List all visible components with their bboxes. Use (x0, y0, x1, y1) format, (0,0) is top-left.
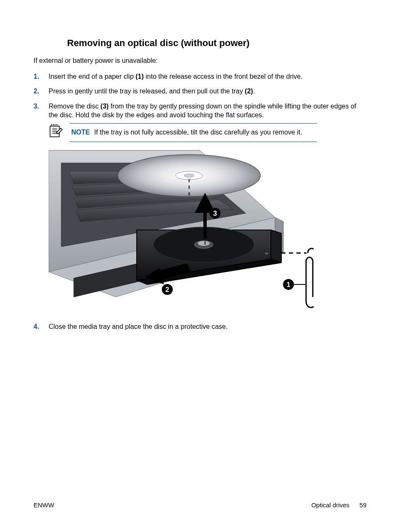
step-number: 2. (34, 87, 39, 96)
step-number: 1. (34, 72, 39, 81)
step-text-post: into the release access in the front bez… (144, 73, 303, 80)
note-text: If the tray is not fully accessible, til… (94, 129, 302, 136)
step-ref: (2) (245, 88, 253, 95)
note-icon (49, 132, 63, 139)
step-ref: (1) (135, 73, 144, 80)
page-footer: ENWW Optical drives 59 (34, 501, 366, 509)
figure-optical-drive: 3 2 1 (49, 146, 314, 313)
intro-text: If external or battery power is unavaila… (34, 56, 366, 65)
section-heading: Removing an optical disc (without power) (67, 38, 366, 49)
step-text-post: . (253, 88, 255, 95)
footer-left: ENWW (34, 501, 54, 509)
callout-1-text: 1 (287, 281, 291, 288)
step-text-pre: Remove the disc (49, 103, 101, 110)
footer-page-number: 59 (359, 501, 366, 509)
svg-marker-14 (271, 230, 281, 263)
svg-point-22 (184, 174, 194, 177)
callout-3-text: 3 (213, 210, 217, 217)
step-number: 4. (34, 322, 39, 331)
step-list: 1. Insert the end of a paper clip (1) in… (34, 72, 366, 331)
step-text-pre: Close the media tray and place the disc … (49, 323, 228, 330)
callout-2-text: 2 (166, 286, 169, 293)
note-block: NOTEIf the tray is not fully accessible,… (49, 123, 366, 142)
note-label: NOTE (71, 129, 90, 136)
svg-point-19 (265, 253, 268, 254)
step-2: 2. Press in gently until the tray is rel… (34, 87, 366, 96)
step-number: 3. (34, 102, 39, 111)
step-text-pre: Insert the end of a paper clip (49, 73, 135, 80)
step-3: 3. Remove the disc (3) from the tray by … (34, 102, 366, 313)
step-4: 4. Close the media tray and place the di… (34, 322, 366, 331)
svg-point-18 (198, 241, 210, 246)
footer-section: Optical drives (311, 501, 349, 509)
step-ref: (3) (101, 103, 109, 110)
step-1: 1. Insert the end of a paper clip (1) in… (34, 72, 366, 81)
step-text-pre: Press in gently until the tray is releas… (49, 88, 245, 95)
